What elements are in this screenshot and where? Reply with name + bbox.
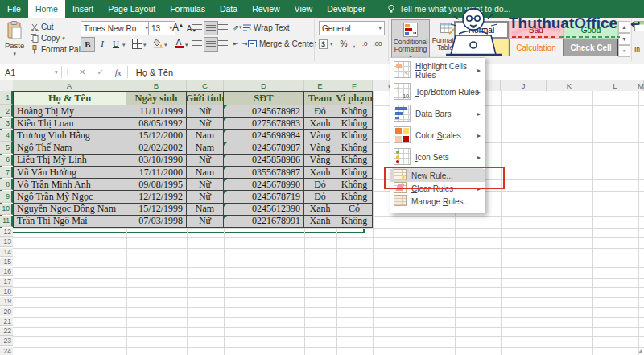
cell-E5[interactable]: Vàng [304, 142, 336, 155]
cell-E10[interactable]: Xanh [304, 204, 336, 216]
decrease-decimal-button[interactable]: .00 [371, 37, 384, 50]
cell-B7[interactable]: 17/11/2000 [126, 167, 187, 179]
copy-dropdown-caret[interactable]: ▾ [62, 35, 65, 42]
tab-insert[interactable]: Insert [65, 0, 101, 18]
row-header-21[interactable]: 21 [0, 317, 13, 326]
style-calculation[interactable]: Calculation [509, 39, 564, 56]
row-header-2[interactable]: 2 [0, 105, 13, 117]
cell-E4[interactable]: Vàng [304, 130, 336, 142]
tab-view[interactable]: View [287, 0, 320, 18]
insert-function-icon[interactable]: fx [109, 68, 127, 77]
font-family-combo[interactable]: Times New Ro▾ [80, 21, 151, 35]
name-box[interactable]: A1 [0, 68, 55, 77]
cell-C6[interactable]: Nữ [187, 155, 224, 167]
paste-button[interactable]: Paste ▾ [5, 21, 24, 57]
cell-E9[interactable]: Đỏ [304, 191, 336, 203]
cell-A7[interactable]: Vũ Văn Hưởng [13, 167, 126, 179]
tab-home[interactable]: Home [28, 0, 65, 18]
column-header-L[interactable]: L [592, 80, 638, 91]
cell-F2[interactable]: Không [336, 105, 373, 118]
cell-B11[interactable]: 07/03/1998 [126, 216, 187, 228]
enter-icon[interactable]: ✓ [91, 68, 109, 76]
style-neutral[interactable]: Neutral [454, 39, 509, 56]
cell-D4[interactable]: 0245698984 [224, 130, 304, 142]
cell-B6[interactable]: 03/10/1990 [126, 155, 187, 167]
column-header-M[interactable]: M [638, 80, 644, 91]
row-header-3[interactable]: 3 [0, 118, 13, 129]
row-header-4[interactable]: 4 [0, 130, 13, 141]
cancel-icon[interactable]: ✕ [73, 68, 91, 76]
cell-B2[interactable]: 11/11/1999 [126, 105, 187, 118]
styles-gallery-more-button[interactable]: ≡ [618, 45, 630, 57]
row-header-24[interactable]: 24 [0, 347, 13, 355]
cell-E6[interactable]: Vàng [304, 155, 336, 167]
tab-page-layout[interactable]: Page Layout [101, 0, 163, 18]
cell-B5[interactable]: 02/02/2002 [126, 142, 187, 155]
cell-D9[interactable]: 0245678719 [224, 191, 304, 203]
menu-item-manage-rules[interactable]: Manage Rules... [390, 195, 485, 208]
copy-button[interactable]: Copy ▾ [31, 34, 65, 43]
insert-cells-button[interactable]: In [634, 21, 644, 53]
cell-C3[interactable]: Nữ [187, 118, 224, 130]
cell-F6[interactable]: Không [336, 155, 373, 167]
cell-E2[interactable]: Đỏ [304, 105, 336, 118]
cut-button[interactable]: Cut [31, 23, 54, 31]
tab-developer[interactable]: Developer [320, 0, 373, 18]
menu-item-top-bottom-rules[interactable]: ↑10Top/Bottom Rules▸ [390, 81, 485, 103]
row-header-6[interactable]: 6 [0, 155, 13, 166]
borders-dropdown-caret[interactable]: ▾ [143, 42, 147, 48]
cell-B9[interactable]: 12/12/1992 [126, 191, 187, 203]
cell-F3[interactable]: Không [336, 118, 373, 130]
table-header-cell-C1[interactable]: Giới tính [187, 91, 224, 105]
style-bad[interactable]: Bad [509, 21, 564, 39]
table-header-cell-F1[interactable]: Vi phạm [336, 91, 373, 105]
cell-A2[interactable]: Hoàng Thị My [13, 105, 126, 118]
row-header-8[interactable]: 8 [0, 179, 13, 190]
styles-gallery-down-button[interactable]: ▼ [618, 33, 630, 45]
tab-data[interactable]: Data [213, 0, 245, 18]
number-format-combo[interactable]: General▾ [319, 21, 385, 35]
cell-C4[interactable]: Nam [187, 130, 224, 142]
worksheet-grid[interactable]: ABCDEFGHIJKLM123456789101112131415161718… [0, 80, 644, 355]
cell-F11[interactable]: Không [336, 216, 373, 228]
cell-C9[interactable]: Nữ [187, 191, 224, 203]
borders-button[interactable] [130, 37, 143, 50]
table-header-cell-B1[interactable]: Ngày sinh [126, 91, 187, 105]
cell-D8[interactable]: 0245678990 [224, 179, 304, 191]
cell-B4[interactable]: 15/12/2000 [126, 130, 187, 142]
cell-F9[interactable]: Không [336, 191, 373, 203]
cell-B3[interactable]: 08/05/1992 [126, 118, 187, 130]
style-normal[interactable]: Normal [454, 21, 509, 39]
cell-E8[interactable]: Đỏ [304, 179, 336, 191]
column-header-K[interactable]: K [547, 80, 592, 91]
font-color-button[interactable]: A [172, 37, 185, 50]
cell-A8[interactable]: Võ Trần Minh Anh [13, 179, 126, 191]
row-header-19[interactable]: 19 [0, 297, 13, 306]
formula-bar-handle[interactable]: ⁞ [62, 68, 74, 76]
cell-D10[interactable]: 0245612390 [224, 204, 304, 216]
cell-C11[interactable]: Nữ [187, 216, 224, 228]
style-check-cell[interactable]: Check Cell [564, 39, 618, 56]
row-header-11[interactable]: 11 [0, 216, 13, 227]
underline-button[interactable]: U [109, 37, 122, 50]
column-header-J[interactable]: J [501, 80, 547, 91]
cell-E11[interactable]: Xanh [304, 216, 336, 228]
cell-B10[interactable]: 15/12/1999 [126, 204, 187, 216]
bottom-align-button[interactable] [217, 21, 229, 34]
increase-font-size-button[interactable]: A▲ [171, 21, 184, 34]
italic-button[interactable]: I [96, 37, 109, 50]
row-header-12[interactable]: 12 [0, 228, 13, 237]
cell-D7[interactable]: 0355678987 [224, 167, 304, 179]
conditional-formatting-button[interactable]: Conditional Formatting ▾ [391, 19, 430, 63]
menu-item-color-scales[interactable]: Color Scales▸ [390, 125, 485, 147]
row-header-22[interactable]: 22 [0, 327, 13, 336]
cell-F7[interactable]: Không [336, 167, 373, 179]
underline-dropdown-caret[interactable]: ▾ [122, 42, 126, 48]
align-left-button[interactable] [191, 37, 204, 50]
cell-D5[interactable]: 0245678987 [224, 142, 304, 155]
orientation-button[interactable]: ⇗▾ [231, 21, 244, 34]
tab-file[interactable]: File [0, 0, 28, 18]
row-header-1[interactable]: 1 [0, 91, 13, 105]
cell-A10[interactable]: Nguyễn Ngọc Đông Nam [13, 204, 126, 216]
row-header-14[interactable]: 14 [0, 248, 13, 257]
